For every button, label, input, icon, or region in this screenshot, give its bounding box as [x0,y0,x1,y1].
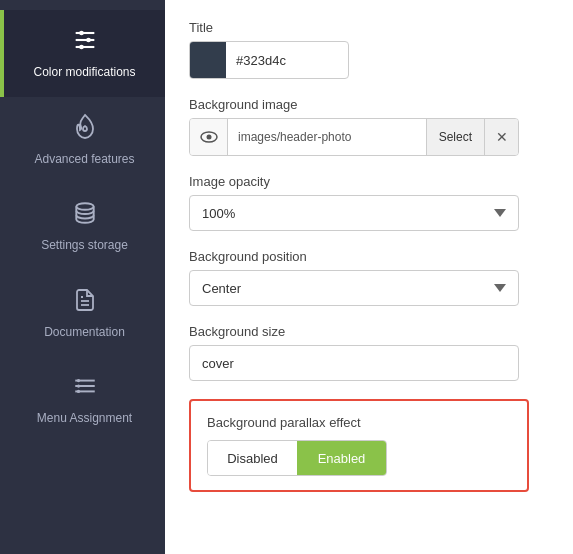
bg-image-row: images/header-photo Select ✕ [189,118,519,156]
image-opacity-label: Image opacity [189,174,549,189]
close-icon: ✕ [496,129,508,145]
svg-point-13 [76,379,79,382]
parallax-enabled-button[interactable]: Enabled [297,441,386,475]
bg-size-label: Background size [189,324,549,339]
bg-image-select-button[interactable]: Select [426,119,484,155]
sidebar-item-advanced-features-label: Advanced features [34,152,134,168]
bg-size-input[interactable] [189,345,519,381]
bg-position-field-group: Background position Center Top Bottom Le… [189,249,549,306]
bg-image-clear-button[interactable]: ✕ [484,119,518,155]
bg-image-label: Background image [189,97,549,112]
title-color-value: #323d4c [226,53,296,68]
image-opacity-select[interactable]: 100% 90% 80% 70% 60% 50% [189,195,519,231]
menu-icon [72,372,98,406]
title-color-swatch[interactable] [190,42,226,78]
svg-point-15 [76,390,79,393]
image-opacity-field-group: Image opacity 100% 90% 80% 70% 60% 50% [189,174,549,231]
sidebar-item-documentation[interactable]: Documentation [0,270,165,357]
svg-point-6 [76,203,93,210]
bg-image-path-text: images/header-photo [228,130,426,144]
sidebar-item-documentation-label: Documentation [44,325,125,341]
sidebar-item-menu-assignment-label: Menu Assignment [37,411,132,427]
parallax-disabled-button[interactable]: Disabled [208,441,297,475]
bg-image-field-group: Background image images/header-photo Sel… [189,97,549,156]
svg-point-4 [86,38,91,43]
database-icon [72,199,98,233]
sidebar-item-menu-assignment[interactable]: Menu Assignment [0,356,165,443]
file-icon [73,286,97,320]
bg-position-select[interactable]: Center Top Bottom Left Right [189,270,519,306]
fire-icon [72,113,98,147]
svg-point-3 [79,31,84,36]
sliders-icon [71,26,99,60]
svg-point-5 [79,45,84,50]
bg-position-label: Background position [189,249,549,264]
parallax-toggle-group: Disabled Enabled [207,440,387,476]
sidebar-item-color-modifications[interactable]: Color modifications [0,10,165,97]
sidebar-item-settings-storage[interactable]: Settings storage [0,183,165,270]
sidebar-item-settings-storage-label: Settings storage [41,238,128,254]
sidebar-item-advanced-features[interactable]: Advanced features [0,97,165,184]
main-content: Title #323d4c Background image images/he… [165,0,573,554]
title-field-group: Title #323d4c [189,20,549,79]
title-color-row[interactable]: #323d4c [189,41,349,79]
bg-size-field-group: Background size [189,324,549,381]
parallax-section: Background parallax effect Disabled Enab… [189,399,529,492]
sidebar: Color modifications Advanced features Se… [0,0,165,554]
svg-point-14 [76,385,79,388]
svg-point-17 [206,135,211,140]
title-label: Title [189,20,549,35]
sidebar-item-color-modifications-label: Color modifications [33,65,135,81]
parallax-label: Background parallax effect [207,415,511,430]
eye-icon-button[interactable] [190,119,228,155]
